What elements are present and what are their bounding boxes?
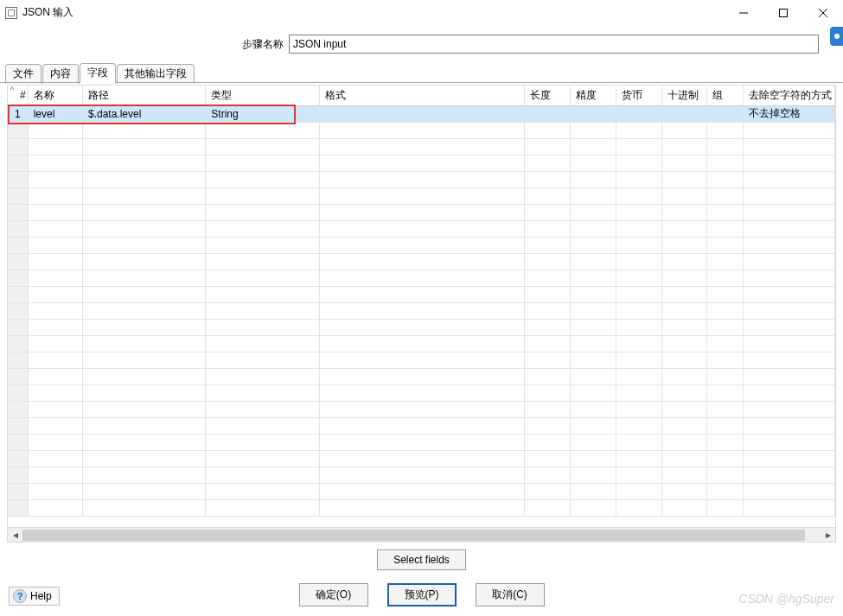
ok-button[interactable]: 确定(O) xyxy=(299,583,368,606)
table-row-empty[interactable] xyxy=(8,302,835,319)
table-row-empty[interactable] xyxy=(8,138,835,155)
tabs: 文件 内容 字段 其他输出字段 xyxy=(0,62,843,83)
tab-content[interactable]: 内容 xyxy=(42,64,79,84)
step-name-label: 步骤名称 xyxy=(0,37,289,52)
tab-other-output-fields[interactable]: 其他输出字段 xyxy=(117,64,195,84)
table-row-empty[interactable] xyxy=(8,352,835,368)
tab-file[interactable]: 文件 xyxy=(5,64,42,84)
table-row-empty[interactable] xyxy=(8,319,835,335)
table-row-empty[interactable] xyxy=(8,335,835,352)
table-row-empty[interactable] xyxy=(8,467,835,483)
bottom-buttons: 确定(O) 预览(P) 取消(C) xyxy=(299,583,545,606)
cell-idx[interactable]: 1 xyxy=(8,105,28,122)
svg-point-4 xyxy=(834,34,840,39)
app-icon xyxy=(5,7,17,19)
side-handle-icon[interactable] xyxy=(830,27,843,46)
help-button[interactable]: ? Help xyxy=(9,587,60,606)
table-row-empty[interactable] xyxy=(8,450,835,467)
fields-grid[interactable]: # 名称 路径 类型 格式 长度 精度 货币 十进制 组 去除空字符的方式 1 … xyxy=(8,86,835,527)
tab-underline xyxy=(0,82,843,83)
table-row-empty[interactable] xyxy=(8,122,835,138)
col-name[interactable]: 名称 xyxy=(28,86,82,105)
col-precision[interactable]: 精度 xyxy=(571,86,616,105)
table-row-empty[interactable] xyxy=(8,499,835,516)
svg-rect-1 xyxy=(780,10,788,17)
table-row-empty[interactable] xyxy=(8,204,835,220)
cell-trim[interactable]: 不去掉空格 xyxy=(744,105,835,122)
fields-table-wrap: # 名称 路径 类型 格式 长度 精度 货币 十进制 组 去除空字符的方式 1 … xyxy=(7,85,836,543)
table-row-empty[interactable] xyxy=(8,237,835,253)
col-currency[interactable]: 货币 xyxy=(616,86,661,105)
table-header-row: # 名称 路径 类型 格式 长度 精度 货币 十进制 组 去除空字符的方式 xyxy=(8,86,835,105)
select-fields-button[interactable]: Select fields xyxy=(377,549,466,570)
col-type[interactable]: 类型 xyxy=(206,86,320,105)
col-group[interactable]: 组 xyxy=(707,86,744,105)
col-path[interactable]: 路径 xyxy=(82,86,205,105)
table-row-empty[interactable] xyxy=(8,171,835,187)
window-title: JSON 输入 xyxy=(22,5,73,20)
table-row-empty[interactable] xyxy=(8,187,835,204)
preview-button[interactable]: 预览(P) xyxy=(387,583,457,606)
step-name-row: 步骤名称 xyxy=(0,31,843,57)
cell-group[interactable] xyxy=(707,105,744,122)
cell-length[interactable] xyxy=(525,105,571,122)
scroll-right-icon[interactable]: ▸ xyxy=(821,528,835,543)
window-controls xyxy=(724,0,843,26)
cell-decimal[interactable] xyxy=(661,105,707,122)
cell-precision[interactable] xyxy=(571,105,616,122)
col-length[interactable]: 长度 xyxy=(525,86,571,105)
table-row[interactable]: 1 level $.data.level String 不去掉空格 xyxy=(8,105,835,122)
table-row-empty[interactable] xyxy=(8,155,835,171)
table-row-empty[interactable] xyxy=(8,401,835,417)
table-row-empty[interactable] xyxy=(8,368,835,384)
table-row-empty[interactable] xyxy=(8,220,835,237)
bottom-bar: ? Help 确定(O) 预览(P) 取消(C) xyxy=(0,581,843,607)
cell-name[interactable]: level xyxy=(28,105,82,122)
minimize-button[interactable] xyxy=(724,0,763,26)
cell-path[interactable]: $.data.level xyxy=(82,105,205,122)
table-row-empty[interactable] xyxy=(8,286,835,302)
table-row-empty[interactable] xyxy=(8,434,835,450)
cell-type[interactable]: String xyxy=(206,105,320,122)
scroll-left-icon[interactable]: ◂ xyxy=(8,528,22,543)
watermark: CSDN @hgSuper xyxy=(738,592,834,606)
scroll-thumb[interactable] xyxy=(22,530,805,541)
table-row-empty[interactable] xyxy=(8,270,835,286)
help-label: Help xyxy=(30,590,52,602)
table-row-empty[interactable] xyxy=(8,417,835,434)
tab-fields[interactable]: 字段 xyxy=(80,63,116,84)
cancel-button[interactable]: 取消(C) xyxy=(476,583,545,606)
close-button[interactable] xyxy=(803,0,843,26)
horizontal-scrollbar[interactable]: ◂ ▸ xyxy=(8,527,835,542)
col-format[interactable]: 格式 xyxy=(320,86,525,105)
table-row-empty[interactable] xyxy=(8,253,835,270)
table-row-empty[interactable] xyxy=(8,384,835,401)
col-trim[interactable]: 去除空字符的方式 xyxy=(744,86,835,105)
fields-table: # 名称 路径 类型 格式 长度 精度 货币 十进制 组 去除空字符的方式 1 … xyxy=(8,86,835,517)
col-idx[interactable]: # xyxy=(8,86,28,105)
titlebar: JSON 输入 xyxy=(0,0,843,26)
cell-currency[interactable] xyxy=(616,105,661,122)
maximize-button[interactable] xyxy=(763,0,803,26)
help-icon: ? xyxy=(13,589,27,603)
scroll-track[interactable] xyxy=(22,528,821,542)
col-decimal[interactable]: 十进制 xyxy=(661,86,707,105)
select-fields-row: Select fields xyxy=(0,549,843,570)
table-row-empty[interactable] xyxy=(8,483,835,499)
cell-format[interactable] xyxy=(320,105,525,122)
table-body: 1 level $.data.level String 不去掉空格 xyxy=(8,105,835,516)
step-name-input[interactable] xyxy=(289,35,819,54)
